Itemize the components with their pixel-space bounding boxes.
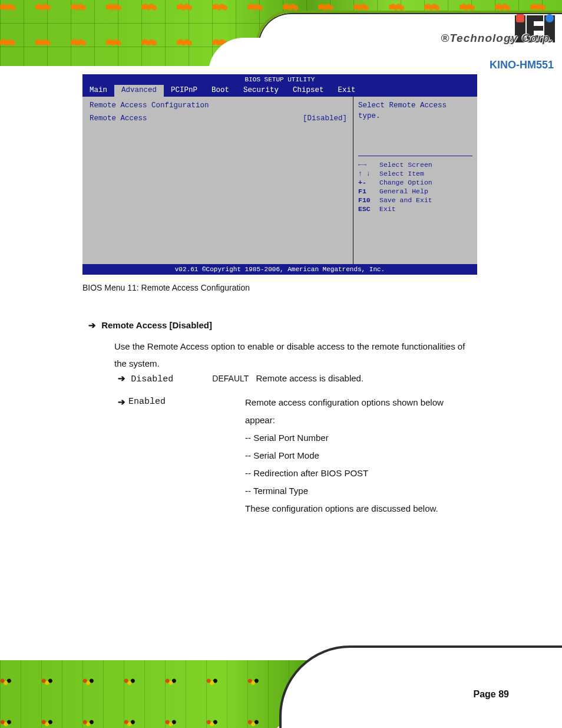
bios-utility-title: BIOS SETUP UTILITY	[82, 74, 477, 85]
option-value-disabled: Disabled	[131, 371, 196, 388]
option-explanation-line: These configuration options are discusse…	[245, 500, 469, 518]
bios-tab-security[interactable]: Security	[236, 85, 286, 97]
option-value-row: ➔ Disabled DEFAULT Remote access is disa…	[118, 370, 363, 388]
bios-right-divider	[358, 156, 472, 156]
bios-tab-chipset[interactable]: Chipset	[286, 85, 331, 97]
option-title: Remote Access [Disabled]	[101, 320, 212, 330]
bios-help-row: F1General Help	[358, 187, 472, 195]
bios-setting-value: [Disabled]	[303, 114, 347, 123]
bios-hint-line: type.	[358, 112, 472, 120]
arrow-icon: ➔	[118, 394, 128, 411]
bios-tab-exit[interactable]: Exit	[331, 85, 363, 97]
bios-setting-row[interactable]: Remote Access [Disabled]	[90, 114, 347, 123]
option-value-enabled: Enabled	[128, 394, 193, 411]
option-heading-row: ➔ Remote Access [Disabled]	[88, 317, 212, 334]
option-value-row: ➔ Enabled Remote access configuration op…	[118, 394, 483, 518]
option-description: Use the Remote Access option to enable o…	[114, 338, 474, 372]
bios-window: BIOS SETUP UTILITY Main Advanced PCIPnP …	[82, 74, 477, 275]
bottom-swoosh-white	[279, 645, 562, 728]
option-explanation-line: Remote access configuration options show…	[245, 394, 469, 411]
default-badge: DEFAULT	[212, 374, 249, 383]
document-title: KINO-HM551	[490, 59, 554, 71]
arrow-icon: ➔	[118, 370, 128, 387]
brand-tagline: ®Technology Corp.	[441, 32, 554, 45]
bios-right-pane: Select Remote Access type. ←→Select Scre…	[353, 97, 477, 264]
page-number: Page 89	[474, 689, 509, 700]
bios-tab-bar: Main Advanced PCIPnP Boot Security Chips…	[82, 85, 477, 97]
bios-help-row: ESCExit	[358, 205, 472, 213]
bios-setting-label: Remote Access	[90, 114, 147, 123]
figure-caption: BIOS Menu 11: Remote Access Configuratio…	[82, 283, 250, 292]
option-explanation-line: -- Terminal Type	[245, 482, 469, 500]
bios-tab-pcipnp[interactable]: PCIPnP	[164, 85, 204, 97]
bios-tab-main[interactable]: Main	[82, 85, 114, 97]
option-explanation: Remote access is disabled.	[256, 373, 364, 383]
arrow-icon: ➔	[88, 317, 99, 334]
bios-help-row: ↑ ↓Select Item	[358, 170, 472, 177]
bios-left-pane: Remote Access Configuration Remote Acces…	[82, 97, 353, 264]
option-explanation-line: -- Serial Port Number	[245, 429, 469, 447]
bios-help-row: F10Save and Exit	[358, 196, 472, 204]
bios-help-row: +-Change Option	[358, 179, 472, 186]
bios-body: Remote Access Configuration Remote Acces…	[82, 97, 477, 264]
bios-copyright-footer: v02.61 ©Copyright 1985-2006, American Me…	[82, 264, 477, 275]
bios-hint-line: Select Remote Access	[358, 101, 472, 110]
option-explanation-line: -- Serial Port Mode	[245, 447, 469, 465]
bios-tab-advanced[interactable]: Advanced	[114, 85, 164, 97]
bios-help-row: ←→Select Screen	[358, 161, 472, 169]
bios-tab-boot[interactable]: Boot	[204, 85, 236, 97]
option-explanation-line: -- Redirection after BIOS POST	[245, 465, 469, 482]
bios-section-heading: Remote Access Configuration	[90, 101, 347, 110]
option-explanation-line: appear:	[245, 411, 469, 429]
